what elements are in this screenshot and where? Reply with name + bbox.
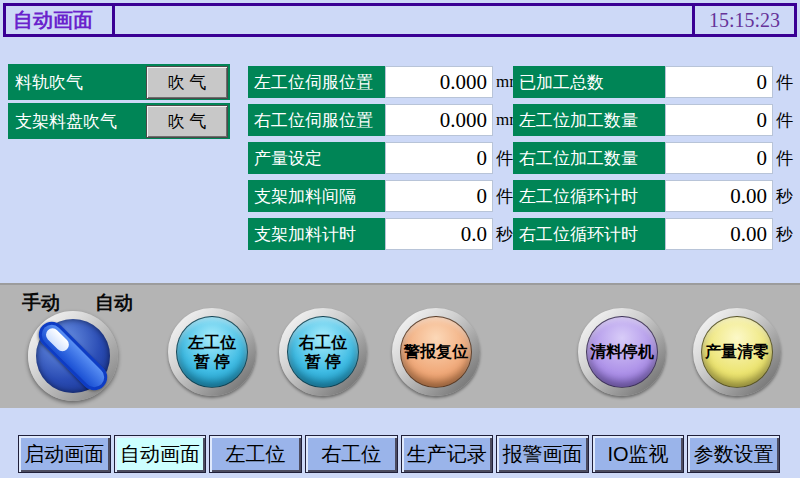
button-label: 暂 停 [305,352,341,371]
nav-io-monitor-button[interactable]: IO监视 [592,435,685,473]
button-label: 暂 停 [194,352,230,371]
button-face: 左工位 暂 停 [176,316,248,388]
left-cycle-timer-row: 左工位循环计时 0.00 秒 [513,180,793,212]
header-bar: 自动画面 15:15:23 [3,3,797,37]
field-label: 料轨吹气 [15,71,83,94]
rail-blow-air-button[interactable]: 吹 气 [146,66,228,99]
control-panel: 手动 自动 左工位 暂 停 右工位 暂 停 警报复位 [0,283,800,408]
tray-blow-row: 支架料盘吹气 吹 气 [8,103,230,139]
field-label: 已加工总数 [513,66,665,98]
button-face: 警报复位 [400,316,472,388]
field-label: 支架料盘吹气 [15,110,117,133]
field-value: 0 [665,104,773,136]
header-spacer [115,6,695,34]
left-station-count-row: 左工位加工数量 0 件 [513,104,793,136]
manual-label: 手动 [22,290,60,316]
field-label: 左工位加工数量 [513,104,665,136]
left-servo-position-row: 左工位伺服位置 0.000 mm [248,66,522,98]
field-value: 0.000 [385,66,493,98]
right-servo-position-row: 右工位伺服位置 0.000 mm [248,104,522,136]
field-value: 0.00 [665,180,773,212]
nav-alarm-screen-button[interactable]: 报警画面 [496,435,589,473]
right-station-pause-button[interactable]: 右工位 暂 停 [279,308,367,396]
field-unit: 秒 [773,180,793,212]
field-label: 左工位循环计时 [513,180,665,212]
production-setting-input[interactable]: 0 [385,142,493,174]
nav-parameter-settings-button[interactable]: 参数设置 [687,435,780,473]
feeder-timer-input[interactable]: 0.0 [385,218,493,250]
rail-blow-row: 料轨吹气 吹 气 [8,64,230,100]
tray-blow-air-button[interactable]: 吹 气 [146,105,228,138]
field-value: 0.000 [385,104,493,136]
field-unit: 秒 [493,218,513,250]
field-label: 左工位伺服位置 [248,66,385,98]
field-unit: 件 [773,104,793,136]
button-face: 右工位 暂 停 [287,316,359,388]
field-unit: 件 [493,142,513,174]
bottom-nav: 启动画面 自动画面 左工位 右工位 生产记录 报警画面 IO监视 参数设置 [18,435,780,473]
field-unit: 件 [773,66,793,98]
nav-left-station-button[interactable]: 左工位 [209,435,302,473]
auto-label: 自动 [95,290,133,316]
field-value: 0 [665,142,773,174]
field-label: 支架加料间隔 [248,180,385,212]
hmi-auto-screen: 自动画面 15:15:23 料轨吹气 吹 气 支架料盘吹气 吹 气 左工位伺服位… [0,0,800,478]
button-label: 左工位 [188,333,236,352]
field-label: 右工位加工数量 [513,142,665,174]
feeder-interval-row: 支架加料间隔 0 件 [248,180,513,212]
field-label: 右工位伺服位置 [248,104,385,136]
production-setting-row: 产量设定 0 件 [248,142,513,174]
button-label: 清料停机 [590,342,654,361]
field-value: 0 [665,66,773,98]
nav-production-record-button[interactable]: 生产记录 [401,435,494,473]
feeder-interval-input[interactable]: 0 [385,180,493,212]
total-processed-row: 已加工总数 0 件 [513,66,793,98]
alarm-reset-button[interactable]: 警报复位 [392,308,480,396]
right-station-count-row: 右工位加工数量 0 件 [513,142,793,174]
nav-right-station-button[interactable]: 右工位 [305,435,398,473]
field-unit: 件 [493,180,513,212]
left-station-pause-button[interactable]: 左工位 暂 停 [168,308,256,396]
button-label: 产量清零 [705,342,769,361]
field-unit: 件 [773,142,793,174]
nav-start-screen-button[interactable]: 启动画面 [18,435,111,473]
page-title: 自动画面 [6,6,115,34]
manual-auto-switch[interactable] [28,311,118,401]
field-label: 支架加料计时 [248,218,385,250]
right-cycle-timer-row: 右工位循环计时 0.00 秒 [513,218,793,250]
production-clear-button[interactable]: 产量清零 [693,308,781,396]
field-label: 产量设定 [248,142,385,174]
field-unit: 秒 [773,218,793,250]
field-label: 右工位循环计时 [513,218,665,250]
button-face: 清料停机 [586,316,658,388]
button-face: 产量清零 [701,316,773,388]
clear-material-stop-button[interactable]: 清料停机 [578,308,666,396]
clock: 15:15:23 [695,6,794,34]
nav-auto-screen-button[interactable]: 自动画面 [114,435,207,473]
button-label: 警报复位 [404,342,468,361]
feeder-timer-row: 支架加料计时 0.0 秒 [248,218,513,250]
field-value: 0.00 [665,218,773,250]
button-label: 右工位 [299,333,347,352]
